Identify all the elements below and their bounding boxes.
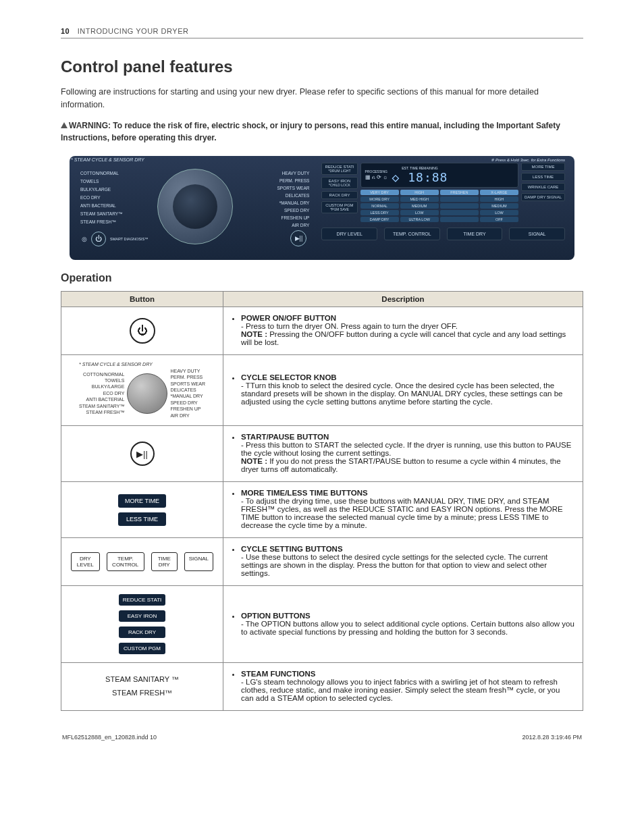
temp-control-chip: TEMP. CONTROL [107, 552, 144, 571]
knob-icon: * STEAM CYCLE & SENSOR DRY COTTON/NORMAL… [79, 362, 205, 419]
time-button-column: MORE TIME LESS TIME WRINKLE CARE DAMP DR… [521, 163, 565, 222]
cycle-label: FRESHEN UP [281, 215, 310, 220]
intro-text: Following are instructions for starting … [61, 86, 583, 111]
button-graphic: REDUCE STATI EASY IRON RACK DRY CUSTOM P… [61, 586, 223, 663]
dry-level-chip: DRY LEVEL [71, 552, 100, 571]
easy-iron-chip: EASY IRON [119, 610, 165, 622]
play-pause-icon: ▶|| [130, 442, 155, 466]
signal-chip: SIGNAL [184, 552, 213, 571]
cycle-label: ANTI BACTERIAL [80, 203, 116, 208]
operation-heading: Operation [61, 272, 583, 284]
control-panel: * STEAM CYCLE & SENSOR DRY ※ Press & Hol… [70, 156, 574, 260]
button-graphic: * STEAM CYCLE & SENSOR DRY COTTON/NORMAL… [61, 354, 223, 426]
rack-dry-chip: RACK DRY [119, 627, 165, 638]
table-row: ▶|| START/PAUSE BUTTON - Press this butt… [61, 426, 583, 482]
cycle-label: HEAVY DUTY [281, 171, 309, 176]
table-row: DRY LEVEL TEMP. CONTROL TIME DRY SIGNAL … [61, 538, 583, 586]
reduce-static-chip: REDUCE STATI [119, 594, 165, 606]
button-graphic: STEAM SANITARY ™ STEAM FRESH™ [61, 663, 223, 711]
warning-text: WARNING: To reduce the risk of fire, ele… [61, 119, 583, 144]
operation-table: Button Description ⏻ POWER ON/OFF BUTTON… [61, 291, 583, 712]
cycle-label: DELICATES [286, 193, 310, 198]
wrinkle-care-button[interactable]: WRINKLE CARE [521, 183, 565, 191]
cycle-label: *MANUAL DRY [279, 201, 310, 205]
cycle-label: SPORTS WEAR [277, 186, 310, 190]
control-panel-figure: * STEAM CYCLE & SENSOR DRY ※ Press & Hol… [61, 156, 583, 260]
setting-button-row: DRY LEVEL TEMP. CONTROL TIME DRY SIGNAL [321, 228, 565, 240]
option-reduce-static[interactable]: REDUCE STATI*DRUM LIGHT [321, 163, 357, 175]
footer-filename: MFL62512888_en_120828.indd 10 [62, 734, 157, 741]
less-time-chip: LESS TIME [118, 512, 166, 526]
temp-control-button[interactable]: TEMP. CONTROL [384, 228, 440, 240]
page-number: 10 [61, 27, 70, 35]
warning-icon [61, 122, 68, 128]
button-graphic: ▶|| [61, 426, 223, 482]
power-button[interactable]: ⏻ [91, 232, 106, 246]
cycle-label: PERM. PRESS [279, 178, 309, 183]
option-custom-pgm[interactable]: CUSTOM PGM*PGM SAVE [321, 201, 357, 213]
status-grid: VERY DRYHIGHFRESHENX-LARGE MORE DRYMED H… [360, 190, 518, 222]
col-description: Description [223, 291, 583, 307]
cycle-label: COTTON/NORMAL [80, 171, 119, 176]
button-graphic: MORE TIME LESS TIME [61, 482, 223, 538]
button-graphic: ⏻ [61, 307, 223, 354]
table-row: ⏻ POWER ON/OFF BUTTON - Press to turn th… [61, 307, 583, 354]
col-button: Button [61, 291, 223, 307]
button-graphic: DRY LEVEL TEMP. CONTROL TIME DRY SIGNAL [61, 538, 223, 586]
dial-area: COTTON/NORMAL TOWELS BULKY/LARGE ECO DRY… [79, 163, 311, 250]
hold-note: ※ Press & Hold 3sec. for Extra Functions [491, 157, 565, 162]
steam-sanitary-label: STEAM SANITARY ™ [105, 675, 179, 683]
cycle-label: BULKY/LARGE [80, 187, 111, 192]
cycle-label: TOWELS [80, 179, 99, 184]
cycle-selector-dial[interactable] [157, 169, 233, 244]
table-row: * STEAM CYCLE & SENSOR DRY COTTON/NORMAL… [61, 354, 583, 426]
cycle-label: STEAM SANITARY™ [80, 211, 123, 216]
table-row: STEAM SANITARY ™ STEAM FRESH™ STEAM FUNC… [61, 663, 583, 711]
dry-level-button[interactable]: DRY LEVEL [321, 228, 377, 240]
less-time-button[interactable]: LESS TIME [521, 173, 565, 181]
time-display: ◇ 18:88 [392, 170, 448, 184]
steam-fresh-label: STEAM FRESH™ [112, 689, 172, 697]
more-time-button[interactable]: MORE TIME [521, 163, 565, 171]
start-pause-button[interactable]: ▶|| [290, 230, 306, 246]
page-footer: MFL62512888_en_120828.indd 10 2012.8.28 … [61, 734, 583, 741]
damp-dry-signal-button[interactable]: DAMP DRY SIGNAL [521, 193, 565, 201]
custom-pgm-chip: CUSTOM PGM [119, 643, 165, 654]
more-time-chip: MORE TIME [118, 494, 166, 508]
option-easy-iron[interactable]: EASY IRON*CHILD LOCK [321, 177, 357, 189]
display-area: REDUCE STATI*DRUM LIGHT EASY IRON*CHILD … [321, 163, 565, 250]
cycle-label: AIR DRY [292, 223, 309, 228]
option-column: REDUCE STATI*DRUM LIGHT EASY IRON*CHILD … [321, 163, 357, 222]
cycle-label: SPEED DRY [284, 208, 309, 213]
cycle-label: STEAM FRESH™ [80, 219, 116, 224]
time-dry-button[interactable]: TIME DRY [447, 228, 503, 240]
cycle-label: ECO DRY [80, 195, 101, 200]
page-title: Control panel features [61, 57, 583, 76]
table-row: REDUCE STATI EASY IRON RACK DRY CUSTOM P… [61, 586, 583, 663]
smart-diagnosis-icon: ◎ [82, 236, 87, 242]
time-dry-chip: TIME DRY [151, 552, 178, 571]
signal-button[interactable]: SIGNAL [509, 228, 565, 240]
smart-diagnosis-label: SMART DIAGNOSIS™ [110, 237, 149, 241]
display-screen: PROCESSING ▦ ⎌ ⟳ ☼ EST. TIME REMAINING ◇… [360, 163, 518, 188]
footer-timestamp: 2012.8.28 3:19:46 PM [522, 734, 582, 741]
page-header: 10 INTRODUCING YOUR DRYER [61, 27, 583, 38]
table-row: MORE TIME LESS TIME MORE TIME/LESS TIME … [61, 482, 583, 538]
power-icon: ⏻ [130, 318, 155, 344]
option-rack-dry[interactable]: RACK DRY [321, 191, 357, 199]
section-title: INTRODUCING YOUR DRYER [78, 27, 189, 35]
steam-cycle-label: * STEAM CYCLE & SENSOR DRY [71, 157, 144, 162]
